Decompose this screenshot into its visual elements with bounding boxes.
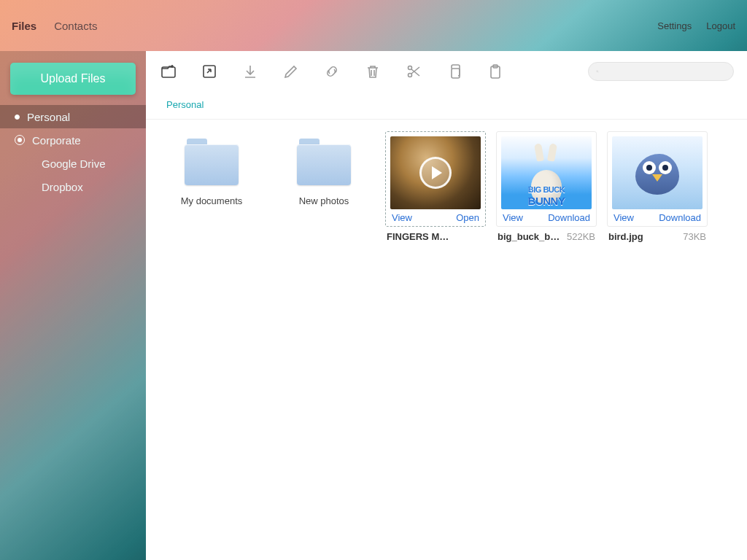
svg-rect-4 (452, 69, 460, 78)
play-icon (419, 157, 452, 189)
breadcrumb: Personal (146, 92, 747, 120)
sidebar-item-dropbox[interactable]: Dropbox (0, 175, 146, 198)
folder-name: My documents (160, 195, 263, 206)
sidebar-item-personal[interactable]: Personal (0, 105, 146, 128)
paste-button[interactable] (486, 62, 505, 81)
folder-name: New photos (273, 195, 375, 206)
search-input[interactable] (603, 66, 726, 77)
sidebar-item-label: Google Drive (42, 158, 106, 170)
delete-button[interactable] (363, 62, 382, 81)
copy-button[interactable] (445, 62, 464, 81)
view-link[interactable]: View (392, 212, 412, 223)
tab-files[interactable]: Files (12, 20, 36, 32)
search-box[interactable] (588, 62, 734, 81)
link-icon (323, 63, 341, 80)
new-folder-button[interactable] (159, 62, 178, 81)
radio-icon (15, 135, 25, 145)
file-card[interactable]: View Download (607, 131, 708, 227)
sidebar-item-label: Corporate (32, 134, 81, 147)
share-icon (201, 63, 218, 80)
view-link[interactable]: View (503, 212, 523, 223)
folder-item[interactable]: New photos (273, 131, 375, 206)
download-link[interactable]: Download (548, 212, 590, 223)
file-card[interactable]: BIG BUCKBUNNY View Download (496, 131, 597, 227)
main-panel: Personal My documents New photos (146, 51, 747, 560)
svg-point-3 (409, 66, 412, 69)
download-link[interactable]: Download (659, 212, 701, 223)
pencil-icon (282, 63, 300, 80)
folder-icon (185, 144, 239, 185)
sidebar: Upload Files Personal Corporate Google D… (0, 51, 146, 560)
file-size: 522KB (567, 231, 595, 242)
settings-link[interactable]: Settings (657, 20, 692, 31)
top-nav: Files Contacts Settings Logout (0, 0, 747, 51)
search-icon (596, 66, 599, 77)
file-size: 73KB (683, 231, 706, 242)
file-name: big_buck_bu… (498, 231, 562, 242)
open-link[interactable]: Open (456, 212, 479, 223)
scissors-icon (405, 63, 422, 80)
thumbnail (390, 136, 481, 209)
file-name: FINGERS Mitchell C… (387, 231, 451, 242)
sidebar-item-label: Dropbox (42, 181, 83, 193)
thumbnail (612, 136, 703, 209)
toolbar (146, 51, 747, 92)
file-name: bird.jpg (608, 231, 643, 242)
file-grid: My documents New photos View Open (146, 120, 747, 254)
tab-contacts[interactable]: Contacts (54, 20, 97, 32)
bullet-icon (15, 114, 20, 120)
download-button[interactable] (241, 62, 260, 81)
share-button[interactable] (200, 62, 219, 81)
upload-files-button[interactable]: Upload Files (10, 63, 136, 95)
sidebar-item-google-drive[interactable]: Google Drive (0, 152, 146, 175)
svg-point-7 (597, 70, 598, 71)
sidebar-item-corporate[interactable]: Corporate (0, 128, 146, 152)
cut-button[interactable] (404, 62, 423, 81)
new-folder-icon (160, 63, 177, 80)
svg-point-2 (409, 73, 412, 77)
view-link[interactable]: View (614, 212, 634, 223)
breadcrumb-item[interactable]: Personal (166, 99, 204, 110)
folder-item[interactable]: My documents (160, 131, 263, 206)
clipboard-icon (487, 63, 504, 80)
thumbnail: BIG BUCKBUNNY (501, 136, 592, 209)
sidebar-item-label: Personal (27, 111, 70, 123)
file-card[interactable]: View Open (385, 131, 486, 227)
download-icon (241, 63, 259, 80)
folder-icon (297, 144, 351, 185)
link-button[interactable] (322, 62, 341, 81)
logout-link[interactable]: Logout (706, 20, 735, 31)
trash-icon (364, 63, 382, 80)
copy-icon (446, 63, 463, 80)
rename-button[interactable] (282, 62, 301, 81)
